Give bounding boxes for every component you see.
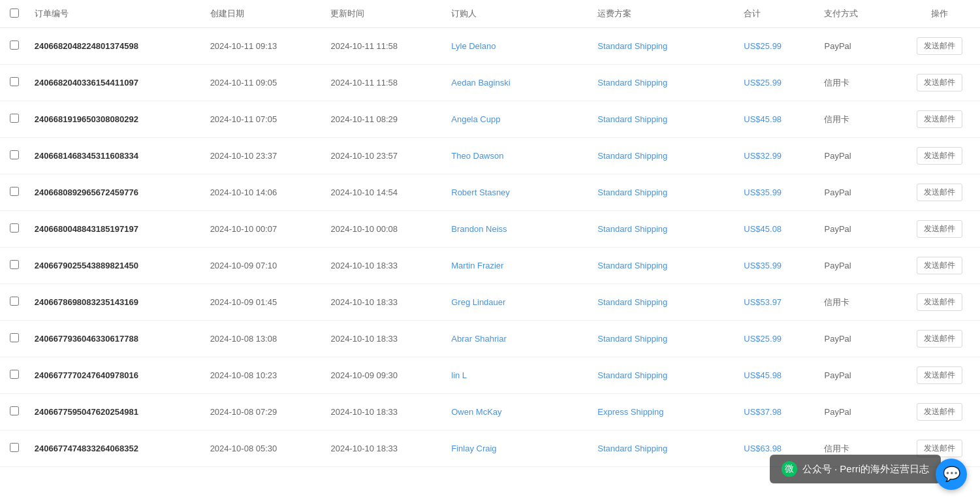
total-cell: US$53.97 bbox=[738, 284, 819, 321]
send-email-button[interactable]: 发送邮件 bbox=[917, 110, 962, 128]
order-id-cell: 2406678698083235143169 bbox=[29, 284, 205, 321]
action-header: 操作 bbox=[900, 0, 980, 28]
select-all-checkbox[interactable] bbox=[10, 8, 19, 18]
row-checkbox[interactable] bbox=[10, 114, 19, 123]
row-checkbox[interactable] bbox=[10, 187, 19, 196]
buyer-name-value[interactable]: Abrar Shahriar bbox=[451, 334, 507, 344]
payment-header: 支付方式 bbox=[819, 0, 899, 28]
action-cell: 发送邮件 bbox=[900, 394, 980, 430]
table-body: 24066820482248013745982024-10-11 09:1320… bbox=[0, 28, 980, 467]
shipping-cell: Standard Shipping bbox=[592, 65, 738, 101]
total-cell: US$25.99 bbox=[738, 28, 819, 65]
shipping-value: Standard Shipping bbox=[597, 334, 667, 344]
shipping-cell: Standard Shipping bbox=[592, 430, 738, 467]
payment-value: PayPal bbox=[824, 407, 851, 417]
updated-date-value: 2024-10-09 09:30 bbox=[330, 370, 398, 380]
total-cell: US$45.98 bbox=[738, 101, 819, 138]
total-value: US$35.99 bbox=[744, 261, 782, 270]
table-row: 24066800488431851971972024-10-10 00:0720… bbox=[0, 211, 980, 248]
buyer-cell: lin L bbox=[446, 357, 592, 394]
updated-date-cell: 2024-10-10 23:57 bbox=[325, 138, 446, 174]
send-email-button[interactable]: 发送邮件 bbox=[917, 403, 962, 421]
buyer-name-value[interactable]: Angela Cupp bbox=[451, 114, 500, 124]
buyer-name-value[interactable]: Robert Stasney bbox=[451, 187, 510, 197]
buyer-name-value[interactable]: Aedan Baginski bbox=[451, 78, 510, 88]
total-cell: US$32.99 bbox=[738, 138, 819, 174]
row-checkbox[interactable] bbox=[10, 443, 19, 452]
row-checkbox[interactable] bbox=[10, 41, 19, 50]
shipping-cell: Standard Shipping bbox=[592, 101, 738, 138]
total-cell: US$45.08 bbox=[738, 211, 819, 248]
total-value: US$53.97 bbox=[744, 297, 782, 307]
send-email-button[interactable]: 发送邮件 bbox=[917, 330, 962, 348]
row-checkbox[interactable] bbox=[10, 333, 19, 342]
created-date-cell: 2024-10-11 09:13 bbox=[205, 28, 326, 65]
created-date-cell: 2024-10-10 14:06 bbox=[205, 174, 326, 211]
order-id-value: 2406677936046330617788 bbox=[35, 334, 138, 344]
updated-header: 更新时间 bbox=[325, 0, 446, 28]
send-email-button[interactable]: 发送邮件 bbox=[917, 366, 962, 384]
created-date-value: 2024-10-08 10:23 bbox=[210, 370, 277, 380]
send-email-button[interactable]: 发送邮件 bbox=[917, 293, 962, 311]
row-checkbox[interactable] bbox=[10, 406, 19, 415]
row-checkbox-cell bbox=[0, 284, 29, 321]
buyer-name-value[interactable]: Finlay Craig bbox=[451, 444, 496, 453]
shipping-value: Standard Shipping bbox=[597, 261, 667, 270]
send-email-button[interactable]: 发送邮件 bbox=[917, 257, 962, 274]
row-checkbox[interactable] bbox=[10, 260, 19, 269]
created-date-value: 2024-10-11 09:05 bbox=[210, 78, 277, 88]
order-id-cell: 2406679025543889821450 bbox=[29, 248, 205, 284]
send-email-button[interactable]: 发送邮件 bbox=[917, 184, 962, 201]
payment-value: PayPal bbox=[824, 41, 851, 51]
row-checkbox[interactable] bbox=[10, 370, 19, 379]
buyer-name-value[interactable]: Brandon Neiss bbox=[451, 224, 507, 234]
updated-date-cell: 2024-10-11 11:58 bbox=[325, 28, 446, 65]
shipping-cell: Standard Shipping bbox=[592, 211, 738, 248]
action-cell: 发送邮件 bbox=[900, 174, 980, 211]
created-date-value: 2024-10-08 07:29 bbox=[210, 407, 277, 417]
row-checkbox[interactable] bbox=[10, 297, 19, 306]
send-email-button[interactable]: 发送邮件 bbox=[917, 147, 962, 165]
order-id-value: 2406682048224801374598 bbox=[35, 41, 138, 51]
buyer-name-value[interactable]: Lyle Delano bbox=[451, 41, 496, 51]
send-email-button[interactable]: 发送邮件 bbox=[917, 74, 962, 91]
shipping-value: Standard Shipping bbox=[597, 114, 667, 124]
buyer-cell: Owen McKay bbox=[446, 394, 592, 430]
shipping-cell: Standard Shipping bbox=[592, 248, 738, 284]
buyer-cell: Martin Frazier bbox=[446, 248, 592, 284]
table-row: 24066820403361544110972024-10-11 09:0520… bbox=[0, 65, 980, 101]
row-checkbox[interactable] bbox=[10, 150, 19, 159]
buyer-name-value[interactable]: Greg Lindauer bbox=[451, 297, 505, 307]
payment-cell: 信用卡 bbox=[819, 284, 899, 321]
buyer-cell: Robert Stasney bbox=[446, 174, 592, 211]
orders-table-container: 订单编号 创建日期 更新时间 订购人 运费方案 合计 支付方式 操作 24066… bbox=[0, 0, 980, 467]
created-date-value: 2024-10-08 05:30 bbox=[210, 444, 277, 453]
buyer-name-value[interactable]: lin L bbox=[451, 370, 467, 380]
order-id-cell: 2406677595047620254981 bbox=[29, 394, 205, 430]
buyer-name-value[interactable]: Martin Frazier bbox=[451, 261, 503, 270]
shipping-cell: Standard Shipping bbox=[592, 174, 738, 211]
row-checkbox[interactable] bbox=[10, 223, 19, 233]
buyer-name-value[interactable]: Owen McKay bbox=[451, 407, 501, 417]
table-row: 24066786980832351431692024-10-09 01:4520… bbox=[0, 284, 980, 321]
created-date-value: 2024-10-11 09:13 bbox=[210, 41, 277, 51]
send-email-button[interactable]: 发送邮件 bbox=[917, 220, 962, 238]
buyer-header: 订购人 bbox=[446, 0, 592, 28]
total-value: US$45.98 bbox=[744, 370, 782, 380]
buyer-cell: Abrar Shahriar bbox=[446, 321, 592, 357]
buyer-name-value[interactable]: Theo Dawson bbox=[451, 151, 503, 161]
updated-date-value: 2024-10-11 08:29 bbox=[330, 114, 398, 124]
shipping-cell: Standard Shipping bbox=[592, 138, 738, 174]
action-cell: 发送邮件 bbox=[900, 357, 980, 394]
send-email-button[interactable]: 发送邮件 bbox=[917, 37, 962, 55]
order-id-value: 2406677595047620254981 bbox=[35, 407, 138, 417]
order-id-cell: 2406677474833264068352 bbox=[29, 430, 205, 467]
table-row: 24066808929656724597762024-10-10 14:0620… bbox=[0, 174, 980, 211]
updated-date-cell: 2024-10-10 14:54 bbox=[325, 174, 446, 211]
updated-date-value: 2024-10-10 18:33 bbox=[330, 297, 398, 307]
shipping-cell: Standard Shipping bbox=[592, 357, 738, 394]
row-checkbox[interactable] bbox=[10, 77, 19, 86]
buyer-cell: Greg Lindauer bbox=[446, 284, 592, 321]
watermark-text: 公众号 · Perri的海外运营日志 bbox=[802, 463, 929, 468]
payment-cell: PayPal bbox=[819, 248, 899, 284]
